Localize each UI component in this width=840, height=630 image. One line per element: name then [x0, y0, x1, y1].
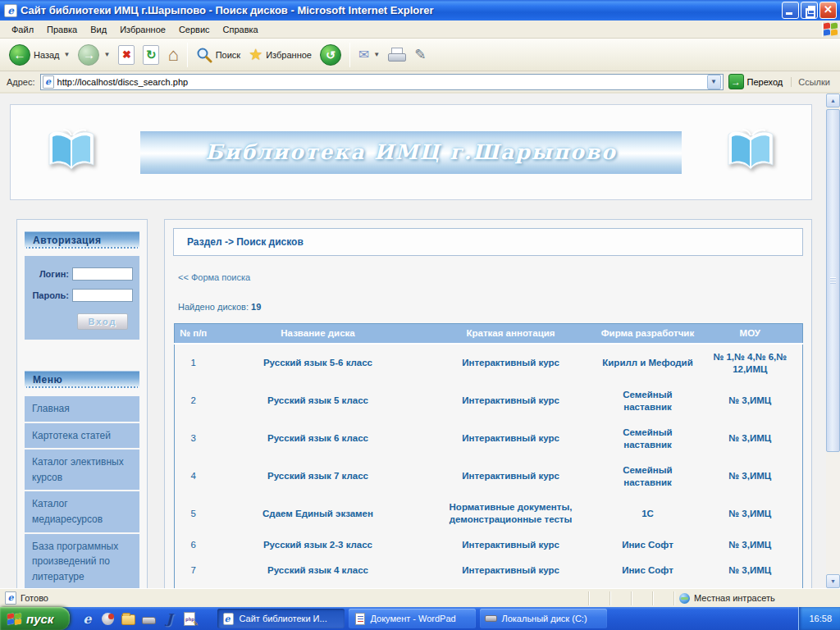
drive-icon — [485, 613, 497, 625]
discs-table: № п/пНазвание дискаКраткая аннотацияФирм… — [174, 323, 803, 588]
menubar-item[interactable]: Правка — [40, 22, 84, 37]
login-button[interactable]: Вход — [77, 313, 128, 330]
windows-flag-icon — [7, 612, 22, 625]
toolbar: ← Назад ▼ → ▼ ✖ ↻ ⌂ Поиск ★ Избранное — [0, 39, 840, 71]
search-form-link[interactable]: << Форма поиска — [178, 272, 250, 282]
folder-icon[interactable] — [121, 611, 135, 626]
table-cell: № 3,ИМЦ — [698, 420, 803, 458]
refresh-button[interactable]: ↻ — [139, 43, 163, 66]
table-cell: 2 — [175, 382, 212, 420]
taskbar-window-button[interactable]: Локальный диск (C:) — [480, 609, 607, 628]
table-cell: 1С — [598, 583, 698, 588]
table-cell: 5 — [175, 495, 212, 532]
table-header-cell: Краткая аннотация — [424, 324, 598, 344]
mail-dropdown-icon[interactable]: ▼ — [373, 51, 380, 58]
address-input[interactable] — [57, 77, 707, 87]
table-row: 8Русский языкИнтерактивный курс1С№ 1,№ 2… — [175, 583, 803, 588]
site-title: Библиотека ИМЦ г.Шарыпово — [205, 140, 616, 164]
password-label: Пароль: — [32, 290, 69, 300]
table-cell: Нормативные документы, демонстрационные … — [424, 495, 598, 532]
security-zone-pane: Местная интрасеть — [673, 591, 838, 605]
search-button[interactable]: Поиск — [192, 45, 244, 65]
titlebar: e Сайт библиотеки ИМЦ г.Шарыпово - Поиск… — [0, 0, 840, 21]
taskbar-window-button[interactable]: eСайт библиотеки И... — [217, 609, 345, 628]
home-icon: ⌂ — [167, 46, 178, 64]
vertical-scrollbar[interactable]: ▲ ▼ — [826, 94, 840, 588]
php-editor-icon[interactable]: php — [182, 611, 197, 626]
scroll-down-icon[interactable]: ▼ — [826, 574, 840, 588]
history-button[interactable]: ↺ — [316, 43, 345, 67]
links-label[interactable]: Ссылки — [791, 77, 837, 87]
print-button[interactable] — [384, 46, 410, 63]
menubar-item[interactable]: Справка — [217, 22, 265, 37]
taskbar-window-button[interactable]: Документ - WordPad — [349, 609, 476, 628]
stop-button[interactable]: ✖ — [114, 43, 139, 66]
address-input-box: e ▼ — [40, 74, 724, 90]
search-label: Поиск — [216, 50, 240, 60]
sidebar: Авторизация Логин: Пароль: Вход Мен — [16, 219, 148, 588]
menubar-item[interactable]: Избранное — [113, 22, 172, 37]
close-button[interactable] — [819, 2, 837, 19]
menubar-item[interactable]: Файл — [5, 22, 40, 37]
minimize-button[interactable] — [782, 2, 799, 19]
table-header-row: № п/пНазвание дискаКраткая аннотацияФирм… — [175, 324, 803, 344]
favorites-button[interactable]: ★ Избранное — [244, 45, 316, 65]
sidebar-menu-item[interactable]: Главная — [25, 396, 139, 422]
table-row: 6Русский язык 2-3 классИнтерактивный кур… — [175, 532, 803, 558]
table-header-cell: № п/п — [175, 324, 212, 344]
forward-icon: → — [78, 44, 99, 66]
login-label: Логин: — [39, 269, 69, 279]
scrollbar-thumb[interactable] — [826, 109, 840, 452]
table-cell: 6 — [175, 532, 212, 558]
back-button[interactable]: ← Назад ▼ — [5, 43, 74, 67]
cd-app-icon[interactable] — [100, 611, 115, 626]
table-cell: Интерактивный курс — [424, 382, 598, 420]
table-cell: Сдаем Единый экзамен — [212, 495, 424, 532]
table-cell: Интерактивный курс — [424, 583, 598, 588]
blue-app-icon[interactable]: J — [162, 611, 176, 626]
edit-button[interactable]: ✎ — [410, 44, 430, 65]
table-cell: № 3,ИМЦ — [698, 495, 803, 532]
password-field[interactable] — [72, 289, 133, 302]
book-icon — [724, 129, 777, 176]
task-button-label: Локальный диск (C:) — [501, 614, 587, 623]
menubar-item[interactable]: Сервис — [172, 22, 217, 37]
addressbar: Адрес: e ▼ → Переход Ссылки — [0, 71, 840, 94]
table-cell: Русский язык 7 класс — [212, 458, 424, 495]
sidebar-menu-item[interactable]: Каталог элективных курсов — [25, 450, 139, 490]
table-cell: № 1,№ 2,№ 3,№ 6,№ 8,№ 12,ИМЦ — [698, 583, 803, 588]
sidebar-menu-list: ГлавнаяКартотека статейКаталог элективны… — [25, 396, 139, 588]
internet-explorer-icon[interactable]: e — [80, 611, 94, 626]
table-row: 5Сдаем Единый экзаменНормативные докумен… — [175, 495, 803, 532]
back-dropdown-icon[interactable]: ▼ — [64, 51, 71, 58]
zone-label: Местная интрасеть — [694, 593, 775, 603]
mail-button[interactable]: ✉ ▼ — [354, 45, 384, 64]
table-cell: Русский язык 5-6 класс — [212, 344, 424, 382]
table-row: 7Русский язык 4 классИнтерактивный курсИ… — [175, 558, 803, 583]
start-button[interactable]: пуск — [0, 607, 70, 630]
sidebar-menu-item[interactable]: Каталог медиаресурсов — [25, 491, 139, 532]
go-button[interactable]: → Переход — [724, 73, 788, 90]
table-cell: Семейный наставник — [598, 382, 698, 420]
sidebar-menu-item[interactable]: Картотека статей — [25, 423, 139, 449]
table-cell: Семейный наставник — [598, 458, 698, 495]
sidebar-menu-item[interactable]: База программных произведений по литерат… — [25, 534, 139, 588]
table-cell: 1 — [175, 344, 212, 382]
table-cell: Кирилл и Мефодий — [598, 344, 698, 382]
menubar-item[interactable]: Вид — [84, 22, 113, 37]
status-page-icon: e — [5, 591, 16, 605]
table-cell: Интерактивный курс — [424, 344, 598, 382]
login-field[interactable] — [72, 267, 133, 281]
table-cell: Русский язык 2-3 класс — [212, 532, 424, 558]
table-cell: Русский язык 4 класс — [212, 558, 424, 583]
page-content: Библиотека ИМЦ г.Шарыпово Авторизация Ло… — [0, 94, 826, 588]
table-cell: № 3,ИМЦ — [698, 382, 803, 420]
restore-button[interactable] — [801, 2, 818, 19]
forward-button[interactable]: → ▼ — [74, 43, 114, 67]
address-dropdown-icon[interactable]: ▼ — [707, 75, 721, 89]
home-button[interactable]: ⌂ — [163, 44, 182, 66]
quick-launch-bar: e J php — [80, 607, 216, 630]
forward-dropdown-icon[interactable]: ▼ — [103, 51, 110, 58]
scroll-up-icon[interactable]: ▲ — [826, 94, 840, 107]
drive-icon[interactable] — [141, 611, 156, 626]
